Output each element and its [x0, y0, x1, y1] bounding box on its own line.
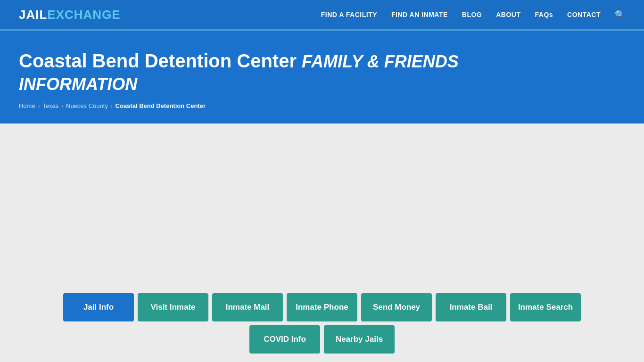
breadcrumb-link-home[interactable]: Home: [19, 102, 35, 109]
btn-inmate-search[interactable]: Inmate Search: [510, 293, 581, 321]
nav-item-find-facility[interactable]: FIND A FACILITY: [321, 11, 377, 18]
breadcrumb: Home›Texas›Nueces County›Coastal Bend De…: [19, 102, 625, 109]
site-header: JAIL EXCHANGE FIND A FACILITYFIND AN INM…: [0, 0, 644, 31]
page-title: Coastal Bend Detention Center FAMILY & F…: [19, 49, 625, 95]
breadcrumb-chevron-3: ›: [111, 103, 113, 109]
main-nav: FIND A FACILITYFIND AN INMATEBLOGABOUTFA…: [321, 9, 625, 20]
bottom-nav-row2: COVID InfoNearby Jails: [61, 325, 583, 354]
hero-title-line2: INFORMATION: [19, 74, 137, 94]
nav-item-contact[interactable]: CONTACT: [567, 11, 601, 18]
btn-jail-info[interactable]: Jail Info: [63, 293, 134, 321]
btn-inmate-mail[interactable]: Inmate Mail: [212, 293, 283, 321]
logo-exchange: EXCHANGE: [47, 8, 120, 22]
hero-section: Coastal Bend Detention Center FAMILY & F…: [0, 31, 644, 123]
btn-nearby-jails[interactable]: Nearby Jails: [324, 325, 395, 354]
btn-inmate-phone[interactable]: Inmate Phone: [287, 293, 357, 321]
hero-title-main: Coastal Bend Detention Center: [19, 50, 297, 71]
logo[interactable]: JAIL EXCHANGE: [19, 8, 121, 22]
nav-item-about[interactable]: ABOUT: [496, 11, 520, 18]
nav-item-blog[interactable]: BLOG: [462, 11, 482, 18]
btn-inmate-bail[interactable]: Inmate Bail: [436, 293, 506, 321]
nav-item-faqs[interactable]: FAQs: [535, 11, 553, 18]
breadcrumb-chevron-1: ›: [38, 103, 40, 109]
logo-jail: JAIL: [19, 8, 47, 22]
bottom-nav: Jail InfoVisit InmateInmate MailInmate P…: [0, 293, 644, 362]
nav-item-find-inmate[interactable]: FIND AN INMATE: [391, 11, 448, 18]
bottom-nav-row1: Jail InfoVisit InmateInmate MailInmate P…: [61, 293, 583, 321]
breadcrumb-chevron-2: ›: [61, 103, 63, 109]
breadcrumb-link-texas[interactable]: Texas: [42, 102, 58, 109]
breadcrumb-current: Coastal Bend Detention Center: [116, 102, 206, 109]
btn-visit-inmate[interactable]: Visit Inmate: [138, 293, 208, 321]
btn-covid-info[interactable]: COVID Info: [249, 325, 320, 354]
breadcrumb-link-nueces-county[interactable]: Nueces County: [66, 102, 108, 109]
main-content: [0, 123, 644, 293]
btn-send-money[interactable]: Send Money: [361, 293, 432, 321]
hero-title-sub: FAMILY & FRIENDS: [302, 52, 459, 71]
hero-title-italic: FAMILY & FRIENDS: [302, 52, 459, 71]
search-icon[interactable]: 🔍: [615, 9, 625, 20]
